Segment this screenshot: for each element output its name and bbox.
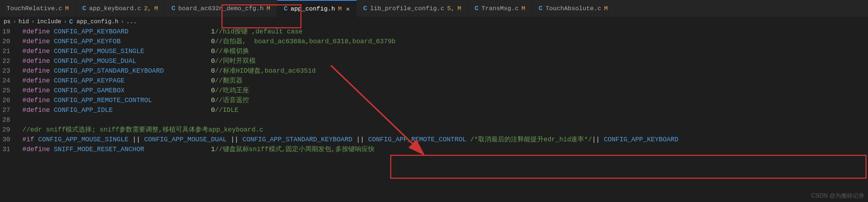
file-label: app_config.h: [291, 5, 335, 12]
code-line[interactable]: #define CONFIG_APP_REMOTE_CONTROL 0//语音遥…: [15, 96, 868, 105]
tab-touchrelative[interactable]: TouchRelative.c M: [0, 0, 76, 17]
code-line[interactable]: #define CONFIG_APP_KEYPAGE 0//翻页器: [15, 76, 868, 86]
modified-indicator: M: [154, 5, 158, 12]
code-line[interactable]: #define CONFIG_APP_KEYFOB 0//自拍器, board_…: [15, 37, 868, 47]
tab-app-keyboard[interactable]: C app_keyboard.c 2, M: [76, 0, 165, 17]
code-content[interactable]: #define CONFIG_APP_KEYBOARD 1//hid按键 ,de…: [15, 27, 868, 154]
line-number: 21: [0, 47, 10, 56]
file-label: TouchRelative.c: [7, 5, 62, 12]
modified-indicator: M: [65, 5, 69, 12]
line-number: 29: [0, 125, 10, 135]
breadcrumb-segment[interactable]: include: [37, 19, 61, 25]
line-number: 22: [0, 56, 10, 66]
watermark: CSDN @为搬砖记录: [811, 192, 864, 200]
tab-board-cfg[interactable]: C board_ac632n_demo_cfg.h M: [165, 0, 277, 17]
code-line[interactable]: #define CONFIG_APP_KEYBOARD 1//hid按键 ,de…: [15, 27, 868, 37]
line-number: 19: [0, 27, 10, 37]
modified-indicator: M: [521, 5, 525, 12]
line-number: 30: [0, 135, 10, 145]
line-number: 28: [0, 115, 10, 125]
breadcrumb-segment[interactable]: hid: [19, 19, 29, 25]
problem-count: 2,: [144, 5, 151, 12]
code-line[interactable]: #define CONFIG_APP_MOUSE_DUAL 0//同时开双模: [15, 56, 868, 66]
file-label: board_ac632n_demo_cfg.h: [178, 5, 264, 12]
problem-count: 5,: [447, 5, 455, 12]
modified-indicator: M: [604, 5, 608, 12]
code-line[interactable]: #define CONFIG_APP_MOUSE_SINGLE 0//单模切换: [15, 47, 868, 56]
code-line[interactable]: [15, 115, 868, 125]
c-lang-icon: C: [69, 18, 73, 25]
code-line[interactable]: #define SNIFF_MODE_RESET_ANCHOR 1//键盘鼠标s…: [15, 145, 868, 154]
code-line[interactable]: #define CONFIG_APP_IDLE 0//IDLE: [15, 105, 868, 115]
breadcrumb-more[interactable]: ...: [126, 19, 137, 25]
tab-touchabsolute[interactable]: C TouchAbsolute.c M: [532, 0, 615, 17]
line-number: 26: [0, 96, 10, 105]
line-number: 27: [0, 105, 10, 115]
c-lang-icon: C: [363, 5, 367, 12]
breadcrumb[interactable]: ps › hid › include › C app_config.h › ..…: [0, 17, 868, 27]
c-lang-icon: C: [284, 5, 288, 12]
code-line[interactable]: #define CONFIG_APP_STANDARD_KEYBOARD 0//…: [15, 66, 868, 76]
chevron-right-icon: ›: [121, 19, 124, 25]
breadcrumb-segment[interactable]: app_config.h: [76, 19, 118, 25]
close-icon[interactable]: ✕: [346, 5, 350, 13]
code-line[interactable]: //edr sniff模式选择; sniff参数需要调整,移植可具体参考app_…: [15, 125, 868, 135]
c-lang-icon: C: [475, 5, 479, 12]
line-number: 20: [0, 37, 10, 47]
file-label: TouchAbsolute.c: [545, 5, 601, 12]
tab-bar: TouchRelative.c M C app_keyboard.c 2, M …: [0, 0, 868, 17]
code-line[interactable]: #if CONFIG_APP_MOUSE_SINGLE || CONFIG_AP…: [15, 135, 868, 145]
line-number: 23: [0, 66, 10, 76]
tab-lib-profile[interactable]: C lib_profile_config.c 5, M: [357, 0, 468, 17]
chevron-right-icon: ›: [63, 19, 67, 25]
chevron-right-icon: ›: [13, 19, 16, 25]
code-editor[interactable]: 19202122232425262728293031 #define CONFI…: [0, 27, 868, 154]
annotation-box-code: [390, 155, 867, 179]
c-lang-icon: C: [82, 5, 86, 12]
modified-indicator: M: [457, 5, 461, 12]
modified-indicator: M: [267, 5, 270, 12]
c-lang-icon: C: [171, 5, 175, 12]
file-label: app_keyboard.c: [89, 5, 141, 12]
file-label: lib_profile_config.c: [370, 5, 444, 12]
tab-app-config[interactable]: C app_config.h M ✕: [277, 0, 357, 17]
tab-transmsg[interactable]: C TransMsg.c M: [468, 0, 532, 17]
modified-indicator: M: [338, 5, 341, 12]
breadcrumb-segment[interactable]: ps: [4, 19, 11, 25]
file-label: TransMsg.c: [481, 5, 519, 12]
line-number: 24: [0, 76, 10, 86]
c-lang-icon: C: [539, 5, 543, 12]
line-number: 25: [0, 86, 10, 96]
line-gutter: 19202122232425262728293031: [0, 27, 15, 154]
code-line[interactable]: #define CONFIG_APP_GAMEBOX 0//吃鸡王座: [15, 86, 868, 96]
chevron-right-icon: ›: [31, 19, 35, 25]
line-number: 31: [0, 145, 10, 154]
